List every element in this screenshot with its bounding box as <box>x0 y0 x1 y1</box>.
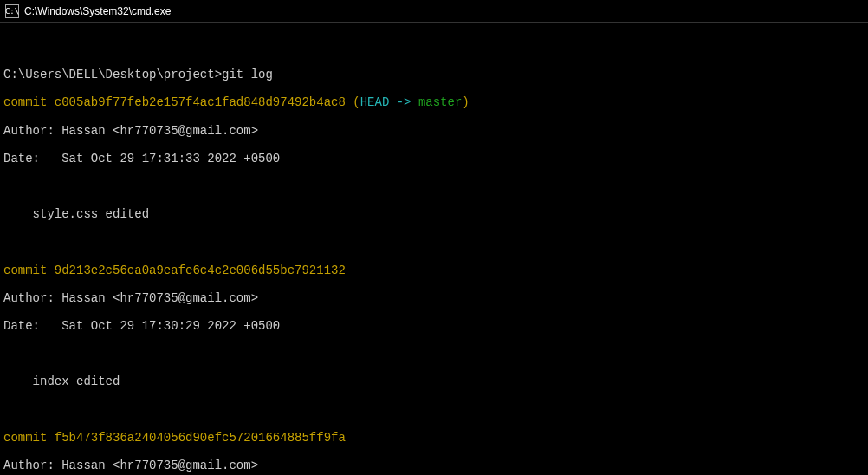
author-line: Author: Hassan <hr770735@gmail.com> <box>3 459 865 472</box>
window-title: C:\Windows\System32\cmd.exe <box>24 5 171 17</box>
commit-msg: style.css edited <box>3 207 865 221</box>
branch-ref: master <box>418 95 462 109</box>
paren: ( <box>346 95 360 109</box>
commit-hash: c005ab9f77feb2e157f4ac1fad848d97492b4ac8 <box>55 95 346 109</box>
blank-line <box>3 179 865 193</box>
cmd-icon: C:\ <box>5 4 19 18</box>
blank-line <box>3 403 865 417</box>
command: git log <box>222 68 273 81</box>
prompt: C:\Users\DELL\Desktop\project> <box>3 68 222 81</box>
window-titlebar[interactable]: C:\ C:\Windows\System32\cmd.exe <box>0 0 868 23</box>
commit-line: commit 9d213e2c56ca0a9eafe6c4c2e006d55bc… <box>3 264 865 277</box>
commit-hash: 9d213e2c56ca0a9eafe6c4c2e006d55bc7921132 <box>55 264 346 277</box>
terminal-output[interactable]: C:\Users\DELL\Desktop\project>git log co… <box>0 23 868 475</box>
prompt-line: C:\Users\DELL\Desktop\project>git log <box>3 68 865 81</box>
date-line: Date: Sat Oct 29 17:31:33 2022 +0500 <box>3 152 865 166</box>
commit-label: commit <box>3 95 55 109</box>
paren: ) <box>462 95 469 109</box>
commit-label: commit <box>3 431 55 445</box>
head-ref: HEAD -> <box>360 95 418 109</box>
commit-label: commit <box>3 264 55 277</box>
blank-line <box>3 347 865 361</box>
commit-msg: index edited <box>3 374 865 388</box>
blank-line <box>3 40 865 54</box>
author-line: Author: Hassan <hr770735@gmail.com> <box>3 291 865 305</box>
blank-line <box>3 235 865 249</box>
commit-hash: f5b473f836a2404056d90efc57201664885ff9fa <box>55 431 346 445</box>
commit-line: commit f5b473f836a2404056d90efc572016648… <box>3 431 865 445</box>
date-line: Date: Sat Oct 29 17:30:29 2022 +0500 <box>3 319 865 333</box>
commit-line: commit c005ab9f77feb2e157f4ac1fad848d974… <box>3 95 865 109</box>
author-line: Author: Hassan <hr770735@gmail.com> <box>3 124 865 138</box>
